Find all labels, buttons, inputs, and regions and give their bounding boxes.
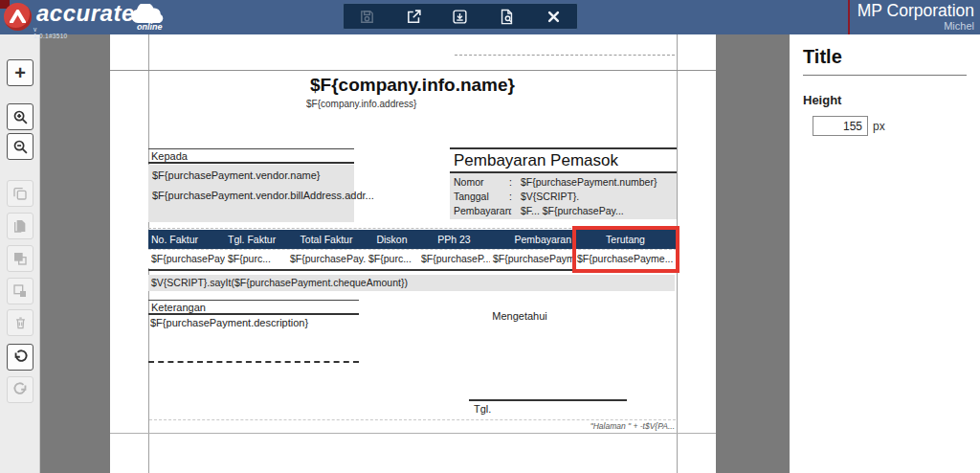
send-backward-button[interactable] xyxy=(7,278,33,304)
cloud-icon: online xyxy=(128,3,168,34)
save-icon xyxy=(359,9,375,25)
app-header: accurate v 1.0.1#3510 online xyxy=(0,0,980,34)
table-cell[interactable]: $F{purchasePaym... xyxy=(490,250,574,268)
top-toolbar xyxy=(343,3,578,30)
send-backward-icon xyxy=(12,283,28,299)
accurate-logo-icon xyxy=(4,3,32,31)
table-header-cell[interactable]: Total Faktur xyxy=(287,230,366,249)
brand-sub-label: online xyxy=(137,22,163,32)
height-input[interactable] xyxy=(813,116,868,136)
separator: : xyxy=(509,204,521,218)
table-cell[interactable]: $F{purc... xyxy=(225,250,287,268)
bring-forward-icon xyxy=(12,251,28,266)
keterangan-rule-bottom xyxy=(148,313,359,315)
kepada-rule-top xyxy=(148,148,354,149)
copy-icon xyxy=(12,186,28,201)
brand-name: accurate xyxy=(36,0,135,27)
download-icon xyxy=(452,9,468,25)
preview-icon xyxy=(499,9,515,25)
table-header-cell[interactable]: PPh 23 xyxy=(418,230,490,249)
paste-button[interactable] xyxy=(7,213,33,239)
add-element-button[interactable]: + xyxy=(7,59,33,86)
company-name-field[interactable]: $F{company.info.name} xyxy=(148,75,677,96)
close-icon xyxy=(546,10,561,24)
footer-dash-rule xyxy=(149,419,676,420)
kepada-rule-bottom xyxy=(148,162,354,164)
separator: : xyxy=(509,175,521,190)
delete-button[interactable] xyxy=(7,309,33,336)
panel-title: Title xyxy=(803,46,967,68)
band-selection-dash xyxy=(455,55,675,56)
nomor-value-field[interactable]: $F{purchasePayment.number} xyxy=(521,175,657,190)
preview-button[interactable] xyxy=(493,5,522,28)
table-header-cell[interactable]: Tgl. Faktur xyxy=(225,230,287,249)
delete-icon xyxy=(13,315,28,330)
design-canvas[interactable]: $F{company.info.name} $F{company.info.ad… xyxy=(40,34,790,473)
company-name: MP Corporation xyxy=(858,2,974,20)
app-window: accurate v 1.0.1#3510 online xyxy=(0,0,980,473)
page-number-field[interactable]: "Halaman " + -t$V{PA... xyxy=(435,421,675,431)
keterangan-rule-top xyxy=(148,300,359,301)
redo-button[interactable] xyxy=(7,376,33,403)
template-page[interactable]: $F{company.info.name} $F{company.info.ad… xyxy=(110,34,716,473)
table-cell[interactable]: $F{purchaseP... xyxy=(418,250,490,268)
save-button[interactable] xyxy=(352,5,381,28)
redo-icon xyxy=(12,382,29,398)
undo-button[interactable] xyxy=(7,344,33,371)
kepada-label[interactable]: Kepada xyxy=(151,150,188,162)
unit-label: px xyxy=(873,120,885,133)
undo-icon xyxy=(12,349,29,366)
band-divider-top xyxy=(110,70,716,71)
account-menu[interactable]: MP Corporation Michel xyxy=(858,2,974,33)
download-button[interactable] xyxy=(446,5,475,28)
mengetahui-label[interactable]: Mengetahui xyxy=(448,310,591,322)
bring-forward-button[interactable] xyxy=(7,245,33,272)
export-icon xyxy=(406,9,422,25)
paste-icon xyxy=(12,218,28,234)
tgl-rule xyxy=(469,399,627,401)
panel-divider xyxy=(803,75,967,76)
signature-dash-rule xyxy=(148,361,359,363)
nomor-label: Nomor xyxy=(454,175,509,190)
table-cell[interactable]: $F{purchasePay... xyxy=(148,250,225,268)
keterangan-label[interactable]: Keterangan xyxy=(151,302,206,313)
close-button[interactable] xyxy=(540,5,568,28)
zoom-in-icon xyxy=(12,109,29,125)
vendor-name-field[interactable]: $F{purchasePayment.vendor.name} xyxy=(152,169,321,181)
company-address-field[interactable]: $F{company.info.address} xyxy=(306,99,416,109)
side-toolbar: + xyxy=(0,34,40,473)
table-header-cell[interactable]: No. Faktur xyxy=(148,230,225,249)
pembayaran-label: Pembayaran xyxy=(454,204,509,218)
export-button[interactable] xyxy=(399,5,428,28)
vendor-address-field[interactable]: $F{purchasePayment.vendor.billAddress.ad… xyxy=(152,190,374,201)
zoom-out-button[interactable] xyxy=(7,133,33,160)
vendor-fields[interactable]: $F{purchasePayment.vendor.name} $F{purch… xyxy=(148,165,354,222)
zoom-in-button[interactable] xyxy=(7,103,33,130)
add-icon: + xyxy=(14,63,26,82)
table-header-cell[interactable]: Diskon xyxy=(366,230,418,249)
pembayaran-value-field[interactable]: $F... $F{purchasePay... xyxy=(521,204,624,218)
terutang-column-highlight[interactable] xyxy=(572,226,679,273)
report-title-field[interactable]: Pembayaran Pemasok xyxy=(450,147,677,173)
band-divider-bottom xyxy=(110,433,716,434)
tanggal-value-field[interactable]: $V{SCRIPT}. xyxy=(521,190,579,204)
properties-panel: Title Height px xyxy=(790,34,980,473)
payment-info-fields[interactable]: Nomor : $F{purchasePayment.number} Tangg… xyxy=(450,173,677,219)
version-label: v 1.0.1#3510 xyxy=(33,26,68,39)
copy-button[interactable] xyxy=(7,180,33,207)
height-label: Height xyxy=(803,93,967,107)
separator: : xyxy=(509,190,521,204)
table-cell[interactable]: $F{purc... xyxy=(366,250,418,268)
tgl-label[interactable]: Tgl. xyxy=(474,403,491,415)
description-field[interactable]: $F{purchasePayment.description} xyxy=(150,317,308,328)
table-header-cell[interactable]: Pembayaran xyxy=(490,230,574,249)
amount-in-words-field[interactable]: $V{SCRIPT}.sayIt($F{purchasePayment.cheq… xyxy=(148,275,675,291)
table-cell[interactable]: $F{purchasePay... xyxy=(287,250,366,268)
user-name: Michel xyxy=(858,20,974,33)
header-divider xyxy=(848,0,850,34)
tanggal-label: Tanggal xyxy=(454,190,509,204)
zoom-out-icon xyxy=(12,139,29,155)
